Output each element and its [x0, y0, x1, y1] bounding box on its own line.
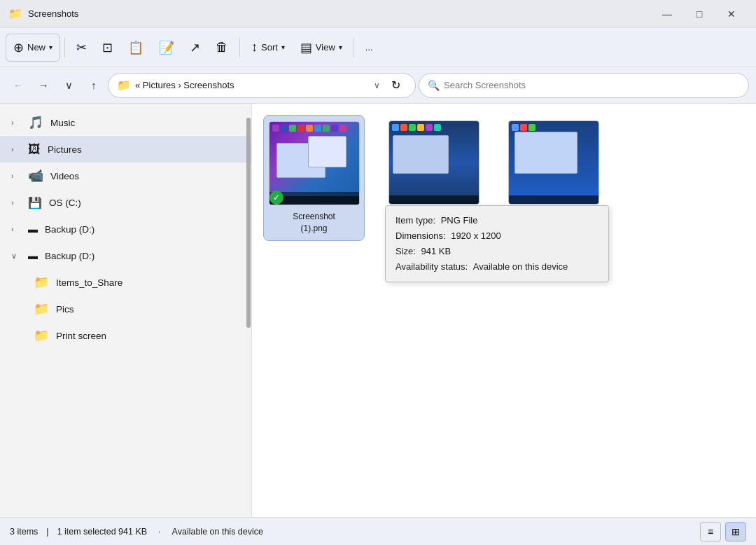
sidebar-os-label: OS (C:) [49, 198, 240, 208]
file-thumbnail-2 [388, 120, 479, 205]
backup-expanded-chevron-icon: ∨ [11, 251, 21, 261]
cut-button[interactable]: ✂ [69, 34, 94, 62]
tooltip-availability-label: Availability status: [396, 261, 468, 272]
sidebar-videos-label: Videos [50, 171, 240, 181]
path-chevron-icon[interactable]: ∨ [374, 81, 380, 90]
print-screen-icon: 📁 [34, 328, 49, 343]
view-chevron-icon: ▾ [339, 43, 342, 51]
tooltip-size-label: Size: [396, 246, 416, 256]
more-label: ... [365, 42, 373, 53]
search-box[interactable]: 🔍 [419, 73, 749, 98]
file-name-1: Screenshot(1).png [293, 211, 335, 235]
backup-collapsed-icon: ▬ [28, 223, 38, 235]
main-content: › 🎵 Music › 🖼 Pictures › 📹 Videos › 💾 OS… [0, 104, 756, 517]
sort-button[interactable]: ↕ Sort ▾ [244, 34, 292, 62]
file-check-icon: ✓ [270, 191, 284, 205]
search-icon: 🔍 [428, 80, 440, 91]
backup-expanded-icon: ▬ [28, 250, 38, 261]
sidebar-item-music[interactable]: › 🎵 Music [0, 109, 251, 136]
file-item-screenshot-1[interactable]: ✓ Screenshot(1).png [263, 115, 365, 241]
tooltip-dimensions-value: 1920 x 1200 [451, 230, 501, 241]
status-separator-1: | [46, 527, 48, 537]
toolbar-separator-3 [354, 38, 354, 57]
sidebar-item-backup-d-expanded[interactable]: ∨ ▬ Backup (D:) [0, 242, 251, 269]
new-chevron-icon: ▾ [49, 43, 52, 51]
sidebar-item-os-c[interactable]: › 💾 OS (C:) [0, 189, 251, 216]
dropdown-button[interactable]: ∨ [57, 74, 80, 97]
view-button[interactable]: ▤ View ▾ [293, 34, 349, 62]
tooltip-item-type: Item type: PNG File [396, 213, 598, 228]
address-bar: ← → ∨ ↑ 📁 « Pictures › Screenshots ∨ ↻ 🔍 [0, 67, 756, 104]
title-bar-left: 📁 Screenshots [8, 7, 78, 21]
music-chevron-icon: › [11, 118, 21, 127]
up-button[interactable]: ↑ [83, 74, 105, 97]
file-area: ✓ Screenshot(1).png [252, 104, 756, 517]
sidebar-item-videos[interactable]: › 📹 Videos [0, 163, 251, 189]
refresh-button[interactable]: ↻ [384, 74, 407, 97]
share-button[interactable]: ↗ [183, 34, 207, 62]
music-icon: 🎵 [28, 115, 43, 130]
toolbar: ⊕ New ▾ ✂ ⊡ 📋 📝 ↗ 🗑 ↕ Sort ▾ ▤ View ▾ ..… [0, 28, 756, 67]
rename-button[interactable]: 📝 [152, 34, 181, 62]
sidebar-pics-label: Pics [56, 304, 240, 315]
file-thumbnail-3 [508, 120, 599, 205]
sidebar-item-items-to-share[interactable]: 📁 Items_to_Share [0, 269, 251, 296]
window-title: Screenshots [28, 8, 78, 19]
sidebar: › 🎵 Music › 🖼 Pictures › 📹 Videos › 💾 OS… [0, 104, 252, 517]
copy-button[interactable]: ⊡ [95, 34, 120, 62]
address-path[interactable]: 📁 « Pictures › Screenshots ∨ ↻ [108, 73, 416, 98]
status-bar: 3 items | 1 item selected 941 KB · Avail… [0, 517, 756, 545]
new-button[interactable]: ⊕ New ▾ [6, 34, 60, 62]
sidebar-pictures-label: Pictures [48, 144, 240, 155]
minimize-button[interactable]: — [651, 3, 683, 25]
tooltip-dimensions-label: Dimensions: [396, 230, 446, 241]
sidebar-item-pictures[interactable]: › 🖼 Pictures [0, 136, 251, 163]
items-count: 3 items [10, 527, 38, 537]
rename-icon: 📝 [159, 40, 174, 55]
search-input[interactable] [444, 80, 740, 90]
sort-icon: ↕ [251, 40, 258, 55]
sidebar-print-screen-label: Print screen [56, 331, 240, 341]
sidebar-scrollbar[interactable] [246, 104, 251, 517]
sidebar-item-backup-d-collapsed[interactable]: › ▬ Backup (D:) [0, 216, 251, 242]
pictures-chevron-icon: › [11, 145, 21, 153]
new-icon: ⊕ [13, 40, 24, 55]
paste-button[interactable]: 📋 [121, 34, 150, 62]
sidebar-scrollbar-thumb [246, 118, 251, 328]
sidebar-backup-collapsed-label: Backup (D:) [45, 224, 240, 235]
share-icon: ↗ [190, 40, 200, 55]
close-button[interactable]: ✕ [715, 3, 748, 25]
folder-icon: 📁 [8, 7, 22, 21]
back-button[interactable]: ← [7, 74, 29, 97]
cut-icon: ✂ [76, 40, 87, 55]
sidebar-music-label: Music [50, 118, 240, 128]
new-label: New [27, 42, 46, 53]
pictures-icon: 🖼 [28, 142, 41, 157]
delete-button[interactable]: 🗑 [209, 34, 235, 62]
backup-collapsed-chevron-icon: › [11, 225, 21, 233]
tooltip-item-type-value: PNG File [441, 215, 478, 226]
pics-icon: 📁 [34, 301, 49, 317]
items-to-share-icon: 📁 [34, 275, 49, 290]
os-icon: 💾 [28, 196, 42, 209]
list-view-button[interactable]: ≡ [700, 522, 721, 541]
sidebar-item-print-screen[interactable]: 📁 Print screen [0, 322, 251, 349]
sort-chevron-icon: ▾ [281, 43, 285, 51]
sidebar-item-pics[interactable]: 📁 Pics [0, 296, 251, 322]
toolbar-separator-2 [239, 38, 240, 57]
path-text: « Pictures › Screenshots [135, 80, 370, 90]
forward-button[interactable]: → [32, 74, 55, 97]
status-bar-right: ≡ ⊞ [700, 522, 746, 541]
sidebar-backup-expanded-label: Backup (D:) [45, 251, 240, 261]
videos-icon: 📹 [28, 168, 43, 184]
toolbar-separator-1 [64, 38, 65, 57]
more-button[interactable]: ... [358, 34, 380, 62]
grid-view-button[interactable]: ⊞ [725, 522, 746, 541]
sidebar-items-to-share-label: Items_to_Share [56, 277, 240, 288]
tooltip-availability: Availability status: Available on this d… [396, 259, 598, 275]
maximize-button[interactable]: □ [683, 3, 715, 25]
view-icon: ▤ [300, 40, 312, 55]
tooltip-size: Size: 941 KB [396, 244, 598, 259]
view-label: View [316, 42, 335, 53]
sort-label: Sort [261, 42, 278, 53]
